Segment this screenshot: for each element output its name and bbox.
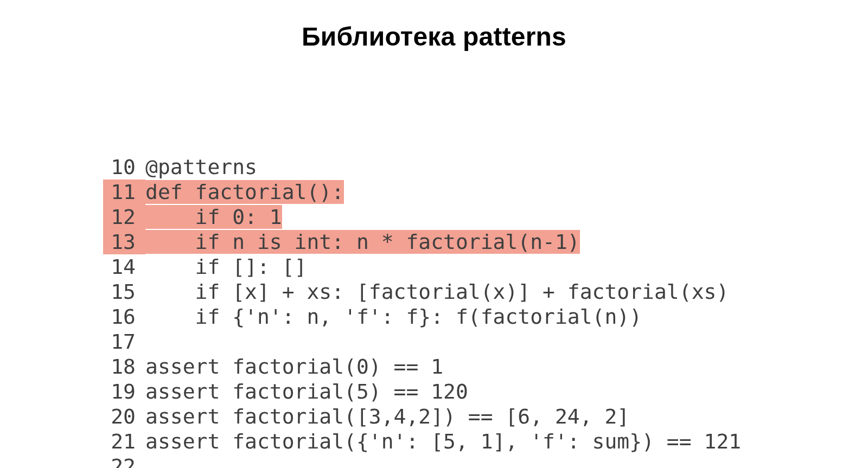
code-text: if []: [] (145, 255, 307, 279)
line-number: 14 (103, 254, 136, 279)
code-block: 10@patterns11 def factorial():12 if 0: 1… (103, 80, 741, 468)
line-number: 18 (103, 354, 136, 379)
line-number: 21 (103, 429, 136, 454)
code-line: 22 (103, 454, 741, 468)
code-text: assert factorial(5) == 120 (145, 380, 468, 403)
slide-title: Библиотека patterns (0, 0, 868, 52)
code-line: 11 def factorial(): (103, 179, 741, 204)
line-number: 15 (103, 279, 136, 304)
code-line: 15 if [x] + xs: [factorial(x)] + factori… (103, 279, 741, 304)
highlight-gap (136, 204, 145, 229)
line-number: 11 (103, 179, 136, 204)
line-number: 17 (103, 329, 136, 354)
code-line: 13 if n is int: n * factorial(n-1) (103, 229, 741, 254)
code-text: @patterns (145, 155, 257, 179)
line-number: 13 (103, 229, 136, 254)
slide: Библиотека patterns 10@patterns11 def fa… (0, 0, 868, 468)
code-line: 20assert factorial([3,4,2]) == [6, 24, 2… (103, 404, 741, 429)
line-number: 10 (103, 155, 136, 179)
code-text: assert factorial(0) == 1 (145, 355, 443, 379)
code-line: 12 if 0: 1 (103, 204, 741, 229)
code-text: def factorial(): (145, 180, 344, 204)
code-text: if n is int: n * factorial(n-1) (145, 230, 580, 254)
code-text: if 0: 1 (145, 205, 282, 229)
line-number: 22 (103, 454, 136, 468)
code-text: if [x] + xs: [factorial(x)] + factorial(… (145, 280, 729, 304)
line-number: 16 (103, 304, 136, 329)
code-line: 17 (103, 329, 741, 354)
code-line: 19assert factorial(5) == 120 (103, 379, 741, 404)
code-text: assert factorial([3,4,2]) == [6, 24, 2] (145, 405, 629, 428)
code-line: 16 if {'n': n, 'f': f}: f(factorial(n)) (103, 304, 741, 329)
code-text: if {'n': n, 'f': f}: f(factorial(n)) (145, 305, 642, 329)
code-line: 21assert factorial({'n': [5, 1], 'f': su… (103, 429, 741, 454)
code-line: 18assert factorial(0) == 1 (103, 354, 741, 379)
code-line: 14 if []: [] (103, 254, 741, 279)
line-number: 12 (103, 204, 136, 229)
code-line: 10@patterns (103, 155, 741, 179)
line-number: 20 (103, 404, 136, 429)
code-text: assert factorial({'n': [5, 1], 'f': sum}… (145, 429, 741, 453)
line-number: 19 (103, 379, 136, 404)
highlight-gap (136, 179, 145, 204)
highlight-gap (136, 229, 145, 254)
